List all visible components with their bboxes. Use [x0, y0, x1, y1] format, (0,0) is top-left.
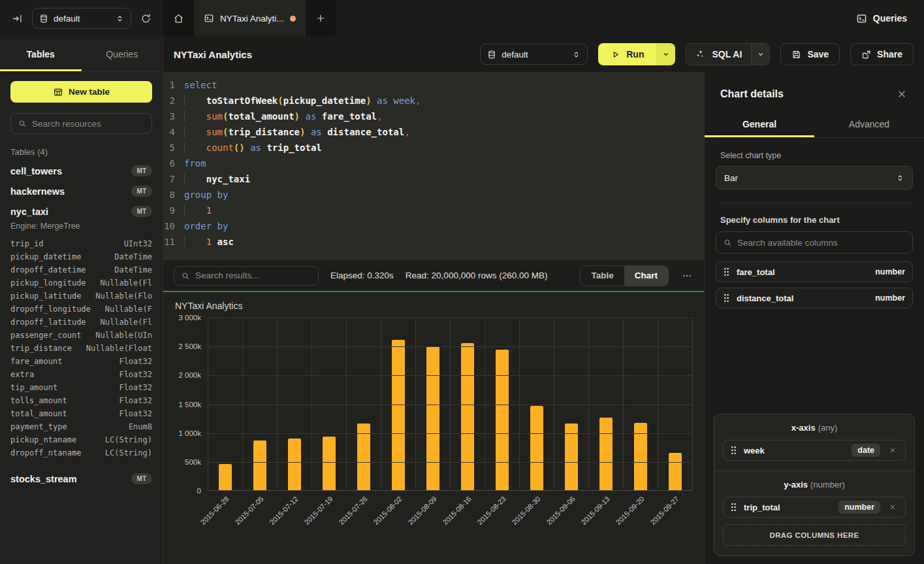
table-column-row: dropoff_datetimeDateTime [10, 263, 152, 276]
column-type: Nullable(Fl [101, 276, 152, 290]
results-bar: Elapsed: 0.320s Read: 20,000,000 rows (2… [163, 260, 704, 291]
table-item[interactable]: stocks_streamMT [0, 469, 163, 489]
collapse-sidebar-button[interactable] [9, 10, 25, 27]
column-type: Float32 [119, 381, 152, 394]
x-tick-label: 2015-06-28 [199, 495, 231, 526]
table-view-button[interactable]: Table [581, 266, 624, 286]
column-type: Nullable(Fl [101, 316, 152, 329]
chart-view-button[interactable]: Chart [624, 266, 668, 286]
columns-search-input[interactable] [737, 238, 906, 248]
chart-details-panel: Chart details General Advanced Select ch… [704, 72, 924, 564]
code-text: from [184, 156, 206, 171]
columns-search [716, 231, 913, 254]
column-type: Float32 [119, 394, 152, 407]
remove-column-button[interactable] [887, 502, 898, 512]
column-type: Nullable(Flo [95, 290, 152, 303]
column-name: fare_amount [10, 355, 62, 368]
refresh-button[interactable] [138, 10, 154, 27]
bar [669, 453, 682, 491]
drag-handle-icon [724, 267, 729, 276]
code-text: toStartOfWeek(pickup_datetime) as week, [184, 93, 421, 108]
plus-icon [315, 13, 326, 24]
gridline-vertical [485, 318, 485, 491]
search-icon [723, 238, 732, 247]
database-selector[interactable]: default [32, 8, 131, 29]
table-name: nyc_taxi [10, 207, 48, 217]
column-chip[interactable]: trip_totalnumber [723, 497, 906, 518]
save-button[interactable]: Save [780, 43, 840, 65]
column-name: dropoff_ntaname [10, 446, 81, 459]
resources-search [10, 113, 152, 134]
content-row: 1select2toStartOfWeek(pickup_datetime) a… [163, 72, 924, 564]
table-item[interactable]: cell_towersMT [0, 161, 163, 181]
tab-strip: NYTaxi Analyti... [163, 0, 336, 37]
y-tick-label: 2 500k [178, 342, 201, 350]
database-icon [487, 50, 496, 59]
line-number: 8 [163, 187, 184, 203]
table-item[interactable]: hackernewsMT [0, 181, 163, 201]
run-options-button[interactable] [656, 43, 675, 65]
sql-editor[interactable]: 1select2toStartOfWeek(pickup_datetime) a… [163, 72, 704, 260]
column-chip[interactable]: fare_totalnumber [716, 261, 913, 282]
table-column-row: pickup_latitudeNullable(Flo [10, 290, 152, 303]
new-tab-button[interactable] [306, 0, 336, 37]
table-column-row: payment_typeEnum8 [10, 420, 152, 433]
more-options-button[interactable] [680, 268, 693, 284]
close-chart-details-button[interactable] [895, 88, 908, 101]
tables-section-label: Tables (4) [10, 147, 152, 157]
column-name: pickup_datetime [10, 250, 81, 263]
table-column-row: dropoff_ntanameLC(String) [10, 446, 152, 459]
share-icon [861, 50, 871, 59]
tab-advanced[interactable]: Advanced [814, 112, 924, 137]
remove-column-button[interactable] [887, 445, 898, 456]
sidebar-tab-tables[interactable]: Tables [0, 37, 82, 71]
bar [426, 346, 439, 491]
column-chip[interactable]: weekdate [723, 440, 906, 461]
code-line: 91 [163, 203, 704, 218]
tab-general[interactable]: General [705, 112, 814, 137]
app-root: default NYTaxi Analyti... Queries [0, 0, 924, 564]
console-icon [856, 13, 867, 24]
drag-columns-drop-zone[interactable]: DRAG COLUMNS HERE [723, 524, 906, 546]
query-database-selector[interactable]: default [480, 44, 588, 65]
sql-ai-label: SQL AI [712, 49, 742, 59]
new-table-button[interactable]: New table [10, 81, 152, 103]
column-name: dropoff_longitude [10, 303, 91, 316]
y-tick-label: 3 000k [178, 314, 201, 322]
x-axis-chips: weekdate [723, 440, 906, 461]
line-number: 10 [163, 218, 184, 234]
sql-ai-options-button[interactable] [751, 44, 769, 65]
home-icon [173, 13, 184, 24]
table-column-row: total_amountFloat32 [10, 407, 152, 420]
table-column-row: pickup_datetimeDateTime [10, 250, 152, 263]
column-name: payment_type [10, 420, 67, 433]
queries-button[interactable]: Queries [839, 0, 924, 37]
refresh-icon [140, 13, 151, 24]
chevron-updown-icon [116, 14, 124, 23]
table-item[interactable]: nyc_taxiMT [0, 201, 163, 222]
tab-nytaxi-analytics[interactable]: NYTaxi Analyti... [194, 0, 306, 37]
table-engine: Engine: MergeTree [0, 222, 163, 236]
drag-handle-icon [724, 293, 729, 303]
sql-ai-button[interactable]: SQL AI [686, 44, 751, 65]
run-button[interactable]: Run [598, 43, 656, 65]
y-tick-label: 500k [185, 458, 201, 466]
y-tick-label: 1 500k [178, 401, 201, 408]
code-line: 2toStartOfWeek(pickup_datetime) as week, [163, 93, 704, 108]
y-axis-hint: (number) [810, 480, 845, 489]
column-type: Float32 [119, 368, 152, 381]
bar [599, 418, 613, 491]
gridline-vertical [208, 318, 208, 491]
column-chip[interactable]: distance_totalnumber [716, 288, 913, 308]
home-tab[interactable] [163, 0, 194, 37]
chart-type-select[interactable]: Bar [716, 166, 913, 190]
gridline-vertical [519, 318, 520, 491]
chart-type-value: Bar [724, 173, 738, 183]
column-chip-name: trip_total [744, 503, 831, 512]
topbar: default NYTaxi Analyti... Queries [0, 0, 924, 37]
sidebar-tab-queries[interactable]: Queries [82, 37, 163, 71]
share-button[interactable]: Share [850, 43, 914, 65]
results-search-input[interactable] [195, 271, 311, 280]
table-column-row: pickup_ntanameLC(String) [10, 433, 152, 446]
resources-search-input[interactable] [32, 119, 145, 129]
